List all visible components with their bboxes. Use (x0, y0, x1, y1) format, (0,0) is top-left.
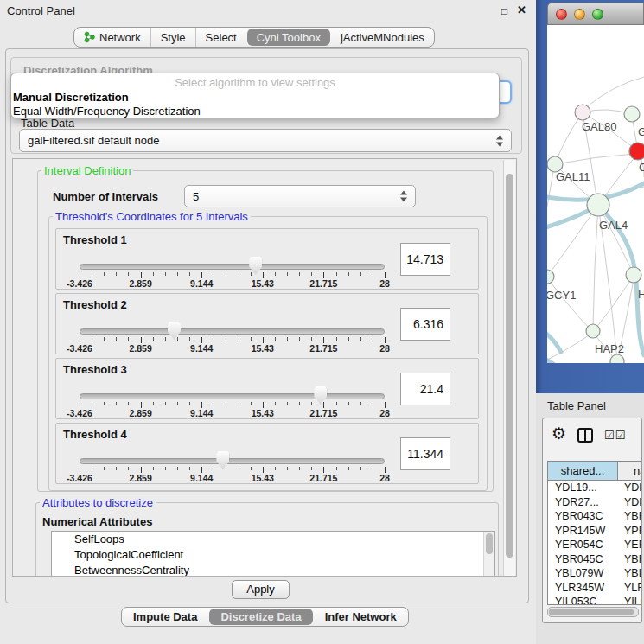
cell-name: YIL0 (618, 595, 642, 605)
vertical-scrollbar[interactable] (503, 160, 515, 577)
cell-name: YDR2 (618, 495, 642, 510)
threshold-label: Threshold 2 (63, 298, 127, 311)
network-node-h[interactable] (626, 267, 641, 283)
checkbox-icons[interactable]: ☑☑ (604, 429, 626, 442)
thresholds-group-title: Threshold's Coordinates for 5 Intervals (53, 210, 251, 223)
cell-shared-name: YLR345W (548, 581, 618, 596)
close-icon[interactable]: ✕ (517, 3, 526, 16)
vertical-scrollbar-thumb[interactable] (506, 174, 513, 558)
bottom-tab-impute-data[interactable]: Impute Data (122, 608, 208, 626)
network-node-label: C (639, 161, 644, 174)
horizontal-scrollbar[interactable] (547, 607, 639, 617)
list-item-betweennesscentrality[interactable]: BetweennessCentrality (52, 563, 494, 577)
gear-icon[interactable]: ⚙ (552, 424, 566, 443)
column-header-na[interactable]: na (618, 462, 642, 480)
horizontal-scrollbar-thumb[interactable] (549, 609, 634, 615)
tab-select[interactable]: Select (195, 28, 246, 47)
network-node-c[interactable] (629, 143, 644, 160)
attributes-listbox[interactable]: SelfLoopsTopologicalCoefficientBetweenne… (51, 531, 495, 577)
cell-name: YLR3 (618, 581, 642, 596)
network-node-hap2[interactable] (586, 324, 600, 338)
node-table[interactable]: shared...na YDL19...YDL1YDR27...YDR2YBR0… (547, 461, 642, 605)
table-data-combobox[interactable]: galFiltered.sif default node (19, 129, 512, 152)
number-of-intervals-value: 5 (193, 190, 199, 203)
network-node-gal80[interactable] (575, 105, 590, 120)
split-columns-icon[interactable] (577, 428, 593, 443)
table-row[interactable]: YDR27...YDR2 (548, 495, 642, 510)
cell-shared-name: YDL19... (548, 481, 618, 495)
dropdown-option-manual-discretization[interactable]: Manual Discretization (13, 91, 129, 104)
network-window-titlebar[interactable] (547, 3, 644, 25)
network-icon (84, 31, 95, 43)
tab-jactivemnodules[interactable]: jActiveMNodules (331, 28, 434, 47)
listbox-scrollbar[interactable] (483, 532, 494, 576)
tab-label: Network (99, 31, 141, 44)
float-window-icon[interactable]: □ (501, 5, 507, 17)
close-traffic-light-icon[interactable] (556, 9, 567, 20)
network-node[interactable] (610, 354, 624, 363)
zoom-traffic-light-icon[interactable] (592, 9, 603, 20)
tab-label: Select (206, 31, 237, 44)
threshold-value-field[interactable]: 6.316 (400, 308, 450, 341)
top-tab-bar: NetworkStyleSelectCyni ToolboxjActiveMNo… (73, 27, 435, 48)
table-rows: YDL19...YDL1YDR27...YDR2YBR043CYBR0YPR14… (548, 481, 642, 605)
panel-title: Control Panel (7, 4, 75, 17)
table-row[interactable]: YPR145WYPR1 (548, 524, 642, 539)
tab-cyni-toolbox[interactable]: Cyni Toolbox (247, 29, 330, 46)
table-row[interactable]: YIL053CYIL0 (548, 595, 642, 605)
slider-track[interactable] (80, 328, 385, 335)
tab-label: Discretize Data (220, 610, 301, 623)
network-node-label: HAP2 (595, 342, 624, 355)
apply-button[interactable]: Apply (232, 580, 290, 599)
app-root: Control Panel □ ✕ NetworkStyleSelectCyni… (0, 0, 644, 644)
dropdown-option-equal-width-frequency[interactable]: Equal Width/Frequency Discretization (13, 105, 201, 118)
dropdown-hint: Select algorithm to view settings (11, 76, 499, 89)
cell-name: YBL0 (618, 566, 642, 581)
slider-track[interactable] (80, 458, 385, 464)
column-header-shared-[interactable]: shared... (548, 462, 618, 480)
tab-label: Impute Data (133, 610, 197, 623)
minimize-traffic-light-icon[interactable] (574, 9, 585, 20)
table-row[interactable]: YBR043CYBR0 (548, 509, 642, 524)
bottom-tab-discretize-data[interactable]: Discretize Data (209, 609, 312, 625)
table-row[interactable]: YDL19...YDL1 (548, 481, 642, 495)
threshold-label: Threshold 4 (63, 428, 127, 441)
network-node-label: GA (638, 125, 644, 138)
slider-tick-labels: -3.4262.8599.14415.4321.71528 (80, 473, 385, 483)
cell-name: YER0 (618, 538, 642, 552)
table-data-value: galFiltered.sif default node (28, 134, 159, 147)
table-row[interactable]: YBL079WYBL0 (548, 566, 642, 581)
list-item-selfloops[interactable]: SelfLoops (52, 532, 494, 547)
listbox-scrollbar-thumb[interactable] (486, 533, 493, 554)
network-node-label: GCY1 (547, 289, 576, 302)
number-of-intervals-combobox[interactable]: 5 (184, 185, 416, 207)
table-panel-title: Table Panel (547, 399, 606, 412)
threshold-value-field[interactable]: 14.713 (400, 243, 450, 276)
slider-track[interactable] (80, 393, 385, 399)
cell-shared-name: YBR043C (548, 509, 618, 524)
network-graph: GAL80GACGAL11GAL4GCY1HHAP2 (547, 25, 644, 363)
table-panel-area: Table Panel ⚙ ☑☑ shared...na YDL19...YDL… (536, 393, 644, 644)
network-node-ga[interactable] (624, 106, 640, 122)
slider-tick-labels: -3.4262.8599.14415.4321.71528 (80, 278, 385, 289)
tab-network[interactable]: Network (74, 28, 150, 47)
table-row[interactable]: YER054CYER0 (548, 538, 642, 552)
tab-label: Infer Network (325, 610, 397, 623)
combo-spinner-icon (400, 191, 407, 202)
tab-style[interactable]: Style (150, 28, 195, 47)
slider-track[interactable] (80, 264, 385, 270)
algorithm-dropdown-popup: Select algorithm to view settings Manual… (10, 73, 500, 118)
cell-shared-name: YER054C (548, 538, 618, 552)
number-of-intervals-label: Number of Intervals (53, 190, 158, 203)
network-node-gcy1[interactable] (547, 270, 554, 284)
network-canvas[interactable]: GAL80GACGAL11GAL4GCY1HHAP2 (547, 25, 644, 363)
numerical-attributes-label: Numerical Attributes (42, 515, 152, 528)
network-node-gal4[interactable] (587, 194, 609, 216)
list-item-topologicalcoefficient[interactable]: TopologicalCoefficient (52, 547, 494, 563)
bottom-tab-infer-network[interactable]: Infer Network (314, 608, 408, 626)
threshold-value-field[interactable]: 21.4 (400, 373, 450, 405)
network-node-label: GAL11 (556, 170, 590, 183)
table-row[interactable]: YBR045CYBR0 (548, 552, 642, 567)
threshold-value-field[interactable]: 11.344 (400, 437, 450, 470)
table-row[interactable]: YLR345WYLR3 (548, 581, 642, 596)
